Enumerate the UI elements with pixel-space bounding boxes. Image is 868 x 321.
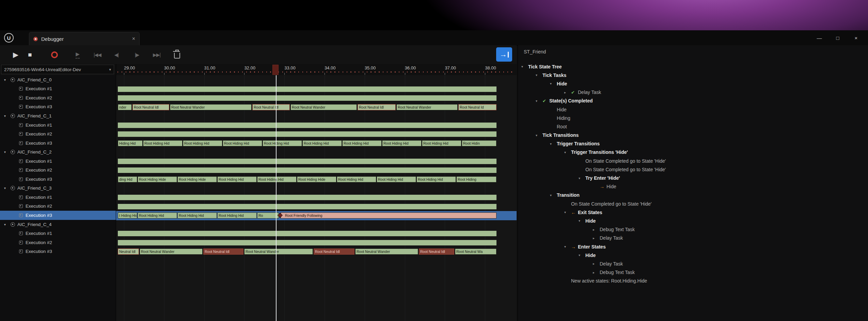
execution-row[interactable]: Execution #2 xyxy=(0,129,116,139)
track-segment[interactable]: Root Neutral Idl xyxy=(203,248,243,255)
tab-close-icon[interactable]: × xyxy=(132,36,135,42)
track-segment[interactable]: Root Friendly Following xyxy=(281,212,496,219)
track-segment[interactable]: Root Hiding Hid xyxy=(416,176,456,182)
jump-to-start-button[interactable]: |◀◀ xyxy=(89,45,106,64)
expander-icon[interactable]: ▸ xyxy=(593,236,600,240)
track-segment[interactable]: Root Neutral Idl xyxy=(314,248,354,255)
restore-button[interactable]: □ xyxy=(828,31,847,45)
timeline-area[interactable]: nderRoot Neutral IdlRoot Neutral WanderR… xyxy=(116,75,517,321)
execution-row[interactable]: Execution #1 xyxy=(0,121,116,130)
track-segment[interactable]: Root Hiding Hid xyxy=(337,176,376,182)
expander-icon[interactable]: ▾ xyxy=(550,82,557,85)
state-tree-row[interactable]: ▸✔Delay Task xyxy=(518,88,868,97)
step-button[interactable]: ▶ xyxy=(71,45,84,64)
expander-icon[interactable]: ▸ xyxy=(564,91,571,94)
execution-row[interactable]: Execution #3 xyxy=(0,175,116,184)
timeline-group-row[interactable]: ▾AIC_Friend_C_4 xyxy=(0,220,116,229)
execution-row[interactable]: Execution #1 xyxy=(0,229,116,238)
state-tree-row[interactable]: →Hide xyxy=(518,182,868,191)
track-segment[interactable]: Root Hiding Hid xyxy=(257,176,297,182)
state-tree-row[interactable]: ▾→Enter States xyxy=(518,242,868,251)
state-tree-row[interactable]: Root xyxy=(518,122,868,131)
execution-row[interactable]: Execution #2 xyxy=(0,202,116,211)
track-segment[interactable]: Root Hiding Hid xyxy=(302,140,342,146)
minimize-button[interactable]: — xyxy=(810,31,828,45)
state-tree-row[interactable]: ▾Trigger Transitions 'Hide' xyxy=(518,148,868,157)
execution-row[interactable]: Execution #1 xyxy=(0,157,116,166)
state-tree-row[interactable]: On State Completed go to State 'Hide' xyxy=(518,157,868,165)
track-segment[interactable]: Root Hiding Hid xyxy=(177,212,217,219)
track-segment[interactable]: Root Hiding Hid xyxy=(263,140,302,146)
expander-icon[interactable]: ▾ xyxy=(579,253,585,257)
expander-icon[interactable]: ▾ xyxy=(579,219,585,223)
track-bar[interactable] xyxy=(118,204,496,209)
timeline-group-row[interactable]: ▾AIC_Friend_C_2 xyxy=(0,147,116,157)
track-segment[interactable]: t Hiding Hid xyxy=(118,212,137,219)
expander-icon[interactable]: ▾ xyxy=(579,176,585,180)
state-tree-row[interactable]: ▾Tick Tasks xyxy=(518,71,868,79)
track-segment[interactable]: Root Neutral Idl xyxy=(252,104,290,110)
state-tree-row[interactable]: ▾Hide xyxy=(518,251,868,259)
step-forward-button[interactable]: |▶ xyxy=(130,45,144,64)
state-tree-row[interactable]: ▸Debug Text Task xyxy=(518,268,868,277)
stop-button[interactable]: ■ xyxy=(24,45,36,64)
expander-icon[interactable]: ▾ xyxy=(536,99,542,103)
scrub-handle[interactable] xyxy=(272,65,279,75)
execution-row[interactable]: Execution #3 xyxy=(0,102,116,112)
track-segment[interactable]: Root Neutral Idl xyxy=(358,104,396,110)
clear-button[interactable] xyxy=(170,45,184,64)
execution-row[interactable]: Execution #1 xyxy=(0,193,116,202)
track-segment[interactable]: Root Hiding Hid xyxy=(138,212,177,219)
expander-icon[interactable]: ▾ xyxy=(4,186,8,190)
state-tree-row[interactable]: On State Completed go to State 'Hide' xyxy=(518,165,868,174)
track-segment[interactable]: Root Hiding Hid xyxy=(217,176,257,182)
expander-icon[interactable]: ▾ xyxy=(4,150,8,154)
track-segment[interactable]: Hiding Hid xyxy=(118,140,143,146)
expander-icon[interactable]: ▾ xyxy=(550,193,557,197)
expander-icon[interactable]: ▸ xyxy=(593,228,600,231)
expander-icon[interactable]: ▾ xyxy=(4,223,8,226)
state-tree-row[interactable]: ▾Tick Transitions xyxy=(518,131,868,140)
track-segment[interactable]: Root Hiding Hid xyxy=(217,212,257,219)
track-bar[interactable] xyxy=(118,231,496,236)
expander-icon[interactable]: ▾ xyxy=(536,73,542,77)
track-segment[interactable]: Root Hiding Hid xyxy=(342,140,382,146)
track-segment[interactable]: Root Neutral Wander xyxy=(170,104,252,110)
state-tree-row[interactable]: Hide xyxy=(518,105,868,114)
track-segment[interactable]: Root Neutral Idl xyxy=(132,104,169,110)
expander-icon[interactable]: ▾ xyxy=(536,133,542,137)
timeline-group-row[interactable]: ▾AIC_Friend_C_0 xyxy=(0,75,116,84)
track-segment[interactable]: Root Hiding Hid xyxy=(143,140,183,146)
record-button[interactable] xyxy=(48,45,61,64)
close-button[interactable]: × xyxy=(847,31,865,45)
track-segment[interactable]: nder xyxy=(118,104,132,110)
track-segment[interactable]: ding Hid xyxy=(118,176,137,182)
state-tree-row[interactable]: ▾Hide xyxy=(518,216,868,225)
playhead[interactable] xyxy=(276,75,277,321)
expander-icon[interactable]: ▾ xyxy=(564,210,571,214)
state-tree-row[interactable]: ▸Debug Text Task xyxy=(518,225,868,234)
state-tree-row[interactable]: Hiding xyxy=(518,114,868,122)
execution-row[interactable]: Execution #2 xyxy=(0,238,116,247)
expander-icon[interactable]: ▾ xyxy=(564,245,571,248)
track-bar[interactable] xyxy=(118,159,496,164)
track-segment[interactable]: Root Hidin xyxy=(462,140,496,146)
state-tree-row[interactable]: ▸Delay Task xyxy=(518,259,868,268)
track-segment[interactable]: Root Neutral Id xyxy=(458,104,496,110)
expander-icon[interactable]: ▸ xyxy=(593,262,600,266)
state-tree-row[interactable]: ▾✔State(s) Completed xyxy=(518,97,868,105)
track-segment[interactable]: Root Hiding Hide xyxy=(138,176,177,182)
timeline-group-row[interactable]: ▾AIC_Friend_C_1 xyxy=(0,111,116,121)
state-tree-row[interactable]: On State Completed go to State 'Hide' xyxy=(518,199,868,208)
track-bar[interactable] xyxy=(118,123,496,128)
track-segment[interactable]: Root Neutral Wander xyxy=(355,248,418,255)
track-segment[interactable]: Root Neutral Wander xyxy=(396,104,458,110)
state-tree-row[interactable]: New active states: Root.Hiding.Hide xyxy=(518,277,868,285)
track-segment[interactable]: Root Neutral Wander xyxy=(244,248,313,255)
execution-row[interactable]: Execution #1 xyxy=(0,84,116,94)
track-segment[interactable]: Root Hiding Hide xyxy=(177,176,217,182)
state-tree-row[interactable]: ▾Hide xyxy=(518,79,868,88)
track-segment[interactable]: Root Hiding Hid xyxy=(422,140,461,146)
play-button[interactable]: ▶ xyxy=(9,45,22,64)
state-tree-row[interactable]: ▸Delay Task xyxy=(518,234,868,242)
